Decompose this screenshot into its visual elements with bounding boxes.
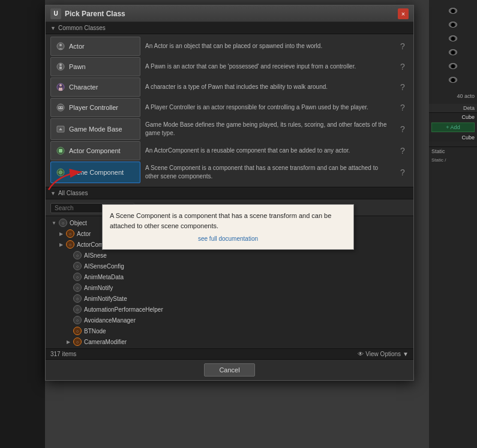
see-full-documentation-link[interactable]: see full documentation <box>110 234 346 243</box>
eye-icon-row: ● <box>446 74 460 86</box>
visibility-icon-3[interactable]: ● <box>449 35 457 41</box>
actor-component-description: An ActorComponent is a reusable componen… <box>140 141 397 160</box>
cube-label-1: Cube <box>429 113 477 121</box>
actor-label: Actor <box>69 43 85 50</box>
dialog-titlebar: U Pick Parent Class × <box>46 5 413 22</box>
game-mode-base-class-button[interactable]: Game Mode Base <box>50 118 140 140</box>
visibility-icon-2[interactable]: ● <box>449 22 457 28</box>
tree-item-aisenseconfig[interactable]: ▶ ○ AISenseConfig <box>46 261 413 271</box>
dialog-close-button[interactable]: × <box>398 8 409 19</box>
automationhelper-icon: ○ <box>73 305 82 313</box>
left-panel <box>0 0 45 448</box>
visibility-icon-5[interactable]: ● <box>449 63 457 69</box>
tree-item-cameramodifier[interactable]: ▶ ○ CameraModifier <box>46 336 413 347</box>
common-classes-list: Actor An Actor is an object that can be … <box>46 34 413 187</box>
visibility-icon-1[interactable]: ● <box>449 8 457 14</box>
scene-component-label: Scene Component <box>69 169 124 176</box>
avoidancemanager-icon: ○ <box>73 316 82 324</box>
static-slash-label: Static / <box>429 156 477 165</box>
animnotifystate-icon: ○ <box>73 294 82 303</box>
view-options-label: View Options <box>365 351 401 357</box>
dialog-footer: Cancel <box>46 359 413 380</box>
all-classes-arrow-icon: ▼ <box>50 190 56 196</box>
eye-icon-row: ● <box>446 32 460 44</box>
player-controller-help-button[interactable]: ? <box>397 98 409 117</box>
class-row-scene-component: Scene Component A Scene Component is a c… <box>50 162 409 183</box>
player-controller-label: Player Controller <box>69 104 118 111</box>
tree-item-aisense[interactable]: ▶ ○ AISnese <box>46 250 413 261</box>
add-button[interactable]: + Add <box>431 123 475 132</box>
aisense-icon: ○ <box>73 251 82 259</box>
actor-component-label: Actor Component <box>69 147 121 154</box>
svg-point-3 <box>59 64 62 66</box>
object-icon: ○ <box>59 219 67 227</box>
character-icon <box>56 82 65 92</box>
svg-rect-4 <box>59 67 62 69</box>
actor-class-button[interactable]: Actor <box>50 37 140 56</box>
eye-icon-row: ● <box>446 60 460 72</box>
scene-component-icon <box>56 168 65 177</box>
tree-label-object: Object <box>70 220 87 226</box>
visibility-icon-4[interactable]: ● <box>449 49 457 55</box>
actor-help-button[interactable]: ? <box>397 37 409 56</box>
svg-point-9 <box>59 107 60 108</box>
tree-item-animmetadata[interactable]: ▶ ○ AnimMetaData <box>46 271 413 282</box>
pawn-label: Pawn <box>69 63 86 70</box>
actor-tree-icon: ○ <box>66 229 74 238</box>
class-row-pawn: Pawn A Pawn is an actor that can be 'pos… <box>50 57 409 76</box>
class-row-actor: Actor An Actor is an object that can be … <box>50 37 409 56</box>
tree-item-btnode[interactable]: ▶ ○ BTNode <box>46 325 413 336</box>
expand-icon-actor[interactable]: ▶ <box>58 230 65 237</box>
actor-component-tree-icon: ○ <box>66 240 74 249</box>
expand-icon-cameramodifier[interactable]: ▶ <box>65 338 72 345</box>
view-options-dropdown-icon: ▼ <box>403 351 409 357</box>
animmetadata-icon: ○ <box>73 273 82 281</box>
game-mode-base-label: Game Mode Base <box>69 126 122 133</box>
right-details-panel: ● ● ● ● ● ● 40 acto Deta Cube + Add Cube… <box>429 0 477 448</box>
tree-label-animmetadata: AnimMetaData <box>84 274 124 280</box>
tree-label-avoidancemanager: AvoidanceManager <box>84 317 136 324</box>
tree-item-automationhelper[interactable]: ▶ ○ AutomationPerformaceHelper <box>46 304 413 315</box>
visibility-icon-6[interactable]: ● <box>449 77 457 83</box>
tree-label-aisense: AISnese <box>84 252 107 259</box>
tree-item-animnotify[interactable]: ▶ ○ AnimNotify <box>46 282 413 293</box>
tree-item-animnotifystate[interactable]: ▶ ○ AnimNotifyState <box>46 293 413 304</box>
scene-component-class-button[interactable]: Scene Component <box>50 162 140 183</box>
view-options-button[interactable]: 👁 View Options ▼ <box>358 351 409 357</box>
svg-point-6 <box>59 84 62 86</box>
game-mode-help-button[interactable]: ? <box>397 118 409 140</box>
item-count: 317 items <box>50 351 76 357</box>
character-help-button[interactable]: ? <box>397 77 409 97</box>
eye-icon-row: ● <box>446 5 460 17</box>
pawn-description: A Pawn is an actor that can be 'possesse… <box>140 57 397 76</box>
pawn-class-button[interactable]: Pawn <box>50 57 140 76</box>
tree-label-cameramodifier: CameraModifier <box>84 339 127 345</box>
btnode-icon: ○ <box>73 327 82 335</box>
character-description: A character is a type of Pawn that inclu… <box>140 77 397 97</box>
class-row-actor-component: Actor Component An ActorComponent is a r… <box>50 141 409 160</box>
scene-component-help-button[interactable]: ? <box>397 162 409 183</box>
bottom-bar: 317 items 👁 View Options ▼ <box>46 348 413 359</box>
expand-icon-object[interactable]: ▼ <box>50 219 58 226</box>
section-arrow-icon: ▼ <box>50 25 56 31</box>
all-classes-label: All Classes <box>58 190 88 196</box>
tooltip-text: A Scene Component is a component that ha… <box>110 212 331 229</box>
cancel-button[interactable]: Cancel <box>204 363 254 377</box>
actor-component-class-button[interactable]: Actor Component <box>50 141 140 160</box>
cameramodifier-icon: ○ <box>73 338 82 346</box>
expand-icon-actor-component[interactable]: ▶ <box>58 241 65 248</box>
actor-component-icon <box>56 146 65 156</box>
animnotify-icon: ○ <box>73 283 82 292</box>
tree-label-actor: Actor <box>77 231 91 237</box>
player-controller-class-button[interactable]: Player Controller <box>50 98 140 117</box>
pawn-help-button[interactable]: ? <box>397 57 409 76</box>
pawn-icon <box>56 62 65 71</box>
details-label: Deta <box>429 104 477 113</box>
actor-component-help-button[interactable]: ? <box>397 141 409 160</box>
static-label-1: Static <box>429 147 477 156</box>
view-options-eye-icon: 👁 <box>358 351 364 357</box>
actor-count: 40 acto <box>429 91 477 101</box>
character-class-button[interactable]: Character <box>50 77 140 97</box>
dialog-title-area: U Pick Parent Class <box>50 8 125 19</box>
tree-item-avoidancemanager[interactable]: ▶ ○ AvoidanceManager <box>46 315 413 325</box>
